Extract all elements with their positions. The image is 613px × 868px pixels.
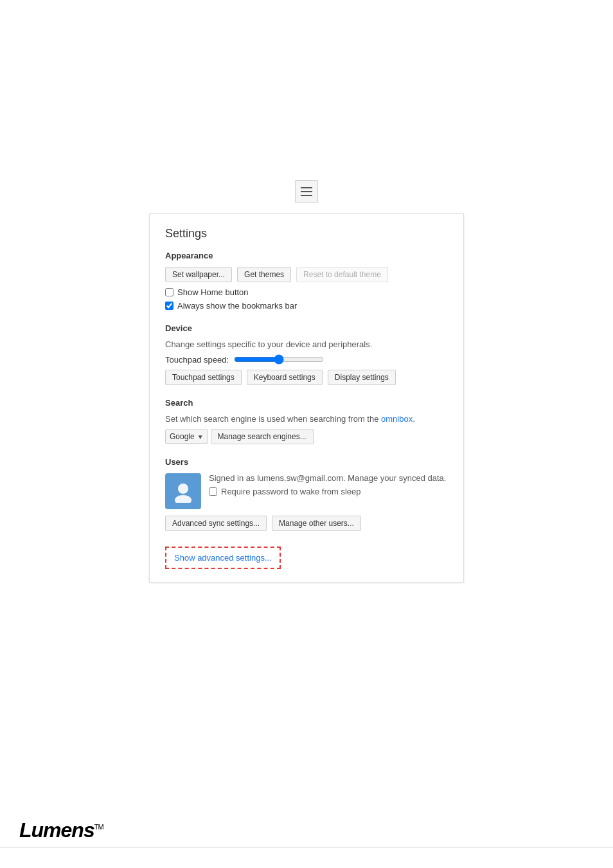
require-password-row: Require password to wake from sleep bbox=[209, 487, 446, 496]
menu-bar-2 bbox=[301, 191, 312, 192]
search-description: Set which search engine is used when sea… bbox=[165, 414, 448, 424]
search-section-title: Search bbox=[165, 398, 448, 408]
show-advanced-settings-link[interactable]: Show advanced settings... bbox=[174, 553, 272, 563]
device-buttons: Touchpad settings Keyboard settings Disp… bbox=[165, 370, 448, 385]
users-buttons: Advanced sync settings... Manage other u… bbox=[165, 516, 448, 531]
appearance-section: Appearance Set wallpaper... Get themes R… bbox=[165, 251, 448, 311]
require-password-checkbox[interactable] bbox=[209, 487, 217, 496]
touchpad-speed-row: Touchpad speed: bbox=[165, 354, 448, 365]
get-themes-button[interactable]: Get themes bbox=[237, 267, 291, 282]
manage-search-engines-button[interactable]: Manage search engines... bbox=[211, 429, 314, 444]
logo-name: Lumens bbox=[19, 818, 94, 842]
require-password-label: Require password to wake from sleep bbox=[221, 487, 361, 496]
user-info: Signed in as lumens.sw@gmail.com. Manage… bbox=[209, 473, 446, 500]
svg-point-0 bbox=[178, 484, 188, 494]
omnibox-link[interactable]: omnibox bbox=[381, 414, 413, 424]
reset-default-theme-button[interactable]: Reset to default theme bbox=[296, 267, 388, 282]
user-row: Signed in as lumens.sw@gmail.com. Manage… bbox=[165, 473, 448, 509]
device-description: Change settings specific to your device … bbox=[165, 339, 448, 349]
lumens-logo-text: LumensTM bbox=[19, 818, 103, 842]
menu-button[interactable] bbox=[295, 180, 318, 203]
users-section-title: Users bbox=[165, 457, 448, 467]
show-home-button-row: Show Home button bbox=[165, 287, 448, 297]
settings-panel: Settings Appearance Set wallpaper... Get… bbox=[149, 213, 464, 583]
advanced-settings-box: Show advanced settings... bbox=[165, 547, 281, 569]
set-wallpaper-button[interactable]: Set wallpaper... bbox=[165, 267, 232, 282]
touchpad-speed-label: Touchpad speed: bbox=[165, 355, 229, 365]
show-home-button-checkbox[interactable] bbox=[165, 288, 173, 296]
svg-point-1 bbox=[175, 495, 191, 503]
menu-bar-3 bbox=[301, 195, 312, 196]
show-home-button-label: Show Home button bbox=[177, 287, 249, 297]
search-engine-value: Google bbox=[170, 432, 195, 441]
touchpad-speed-slider[interactable] bbox=[234, 354, 324, 365]
footer-logo: LumensTM bbox=[19, 818, 103, 842]
advanced-sync-settings-button[interactable]: Advanced sync settings... bbox=[165, 516, 267, 531]
keyboard-settings-button[interactable]: Keyboard settings bbox=[247, 370, 323, 385]
display-settings-button[interactable]: Display settings bbox=[328, 370, 396, 385]
bookmarks-bar-checkbox[interactable] bbox=[165, 302, 173, 310]
avatar-icon bbox=[172, 480, 195, 503]
menu-icon-area bbox=[0, 0, 613, 213]
users-section: Users Signed in as lumens.sw@gmail.com. … bbox=[165, 457, 448, 531]
search-engine-select[interactable]: Google ▼ bbox=[165, 429, 208, 444]
search-description-suffix: . bbox=[413, 414, 415, 424]
device-section: Device Change settings specific to your … bbox=[165, 323, 448, 385]
chevron-down-icon: ▼ bbox=[197, 433, 204, 440]
bookmarks-bar-row: Always show the bookmarks bar bbox=[165, 301, 448, 311]
touchpad-settings-button[interactable]: Touchpad settings bbox=[165, 370, 242, 385]
trademark-symbol: TM bbox=[94, 823, 103, 831]
search-engine-row: Google ▼ Manage search engines... bbox=[165, 429, 448, 444]
bookmarks-bar-label: Always show the bookmarks bar bbox=[177, 301, 297, 311]
settings-title: Settings bbox=[165, 227, 448, 240]
device-section-title: Device bbox=[165, 323, 448, 333]
menu-bar-1 bbox=[301, 187, 312, 188]
appearance-section-title: Appearance bbox=[165, 251, 448, 260]
user-avatar bbox=[165, 473, 201, 509]
search-description-prefix: Set which search engine is used when sea… bbox=[165, 414, 381, 424]
search-section: Search Set which search engine is used w… bbox=[165, 398, 448, 444]
signed-in-text: Signed in as lumens.sw@gmail.com. Manage… bbox=[209, 473, 446, 483]
manage-other-users-button[interactable]: Manage other users... bbox=[272, 516, 361, 531]
footer-divider bbox=[0, 847, 613, 847]
appearance-buttons: Set wallpaper... Get themes Reset to def… bbox=[165, 267, 448, 282]
